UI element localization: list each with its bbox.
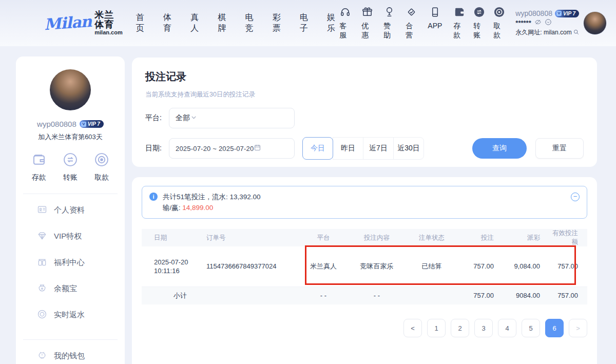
app-download-button[interactable]: APP <box>428 6 442 40</box>
transfer-button[interactable]: 转账 <box>473 6 485 40</box>
vip-badge: VVIP 7 <box>80 120 104 128</box>
customer-service-button[interactable]: 客服 <box>339 6 351 40</box>
withdraw-icon <box>493 6 505 20</box>
deposit-button[interactable]: 存款 <box>453 6 465 40</box>
range-today-button[interactable]: 今日 <box>302 137 333 160</box>
collapse-icon[interactable]: − <box>571 193 580 201</box>
platform-select[interactable]: 全部 <box>169 108 295 128</box>
wallet-icon <box>31 152 47 169</box>
sidebar-item-yuebao[interactable]: 余额宝 <box>16 276 125 302</box>
site-logo[interactable]: Milan 米兰体育 milan.com <box>44 10 123 35</box>
filter-panel: 投注记录 当前系统支持查询最近30日的投注记录 平台: 全部 日期: 2025-… <box>132 58 597 167</box>
sidebar-item-profile[interactable]: 个人资料 <box>16 197 125 223</box>
nav-item-entertainment[interactable]: 娱乐 <box>327 12 339 34</box>
page-button-6-active[interactable]: 6 <box>545 319 564 337</box>
wallet-icon <box>453 6 465 20</box>
top-header: Milan 米兰体育 milan.com 首页 体育 真人 棋牌 电竞 彩票 电… <box>0 0 616 46</box>
subtotal-status <box>407 286 457 304</box>
date-range-input[interactable]: 2025-07-20 ~ 2025-07-20 <box>169 138 295 159</box>
logo-domain-text: milan.com <box>94 30 122 36</box>
deposit-button[interactable]: 存款 <box>31 152 47 182</box>
magnifier-icon[interactable] <box>573 29 580 37</box>
transfer-button[interactable]: 转账 <box>63 152 78 182</box>
nav-item-lottery[interactable]: 彩票 <box>273 12 285 34</box>
avatar[interactable] <box>50 69 91 110</box>
cell-order-no: 1154736667849377024 <box>202 246 300 286</box>
records-panel: i 共计51笔投注，流水: 13,392.00 输/赢: 14,899.00 −… <box>132 177 597 364</box>
sponsorship-button[interactable]: 赞助 <box>383 6 395 40</box>
subtotal-row: 小计 - - - - 757.00 9084.00 757.00 <box>142 286 587 304</box>
withdraw-button[interactable]: 取款 <box>493 6 505 40</box>
page-button-4[interactable]: 4 <box>498 319 516 337</box>
masked-balance: ****** <box>515 19 531 27</box>
nav-item-sports[interactable]: 体育 <box>163 12 176 34</box>
sidebar-item-benefits[interactable]: 福利中心 <box>16 250 125 276</box>
divider <box>23 339 118 340</box>
avatar[interactable] <box>583 11 607 35</box>
summary-banner: i 共计51笔投注，流水: 13,392.00 输/赢: 14,899.00 − <box>142 186 587 219</box>
sidebar-item-wallet[interactable]: 我的钱包 <box>16 343 125 364</box>
page-button-2[interactable]: 2 <box>451 319 469 337</box>
table-row: 2025-07-20 10:11:16 1154736667849377024 … <box>142 246 587 286</box>
savings-pot-icon <box>37 283 47 295</box>
join-days-text: 加入米兰体育第603天 <box>16 132 125 142</box>
vip-v-icon: V <box>81 122 86 127</box>
affiliate-button[interactable]: 合营 <box>406 6 417 40</box>
page-button-3[interactable]: 3 <box>474 319 493 337</box>
nav-item-cards[interactable]: 棋牌 <box>218 12 230 34</box>
col-header-status: 注单状态 <box>407 229 457 246</box>
bet-records-table: 日期 订单号 平台 投注内容 注单状态 投注 派彩 有效投注额 2025-07-… <box>142 229 587 304</box>
sidebar-item-rebate[interactable]: 实时返水 <box>16 302 125 328</box>
page-subtitle: 当前系统支持查询最近30日的投注记录 <box>145 90 584 99</box>
divider <box>23 194 118 194</box>
nav-item-live[interactable]: 真人 <box>190 12 203 34</box>
cell-platform: 米兰真人 <box>300 246 347 286</box>
range-yesterday-button[interactable]: 昨日 <box>333 137 363 160</box>
handshake-icon <box>406 6 417 20</box>
nav-item-home[interactable]: 首页 <box>136 12 148 34</box>
cell-payout: 9,084.00 <box>498 246 544 286</box>
sidebar-item-vip[interactable]: VIP特权 <box>16 223 125 250</box>
date-range-value: 2025-07-20 ~ 2025-07-20 <box>176 145 254 152</box>
vip-badge: VVIP 7 <box>555 10 579 17</box>
reset-button[interactable]: 重置 <box>535 138 584 159</box>
info-icon: i <box>149 193 158 201</box>
date-label: 日期: <box>145 144 169 153</box>
subtotal-payout: 9084.00 <box>498 286 544 304</box>
promotions-button[interactable]: 优惠 <box>361 6 373 40</box>
range-30days-button[interactable]: 近30日 <box>393 137 424 160</box>
page-button-5[interactable]: 5 <box>522 319 540 337</box>
profile-sidebar: wyp080808 VVIP 7 加入米兰体育第603天 存款 转账 取款 个人… <box>16 56 125 364</box>
cell-content: 竞咪百家乐 <box>347 246 407 286</box>
logo-script-text: Milan <box>44 12 92 33</box>
eye-slash-icon[interactable] <box>534 18 542 27</box>
sidebar-menu: 个人资料 VIP特权 福利中心 余额宝 实时返水 <box>16 197 125 328</box>
quick-menu: 客服 优惠 赞助 合营 APP <box>339 6 442 40</box>
nav-item-esports[interactable]: 电竞 <box>245 12 257 34</box>
page-title: 投注记录 <box>145 70 584 84</box>
prev-page-button[interactable]: < <box>403 319 422 337</box>
cell-status: 已结算 <box>407 246 457 286</box>
refresh-circle-icon[interactable] <box>545 18 552 27</box>
main-nav: 首页 体育 真人 棋牌 电竞 彩票 电子 娱乐 <box>136 12 340 34</box>
id-card-icon <box>37 204 47 217</box>
username-text: wyp080808 <box>515 9 552 17</box>
range-7days-button[interactable]: 近7日 <box>363 137 394 160</box>
subtotal-label: 小计 <box>142 286 202 304</box>
withdraw-icon-button[interactable]: 取款 <box>94 152 109 182</box>
platform-label: 平台: <box>145 113 169 123</box>
cell-date: 2025-07-20 10:11:16 <box>142 246 202 286</box>
trophy-icon <box>383 6 395 20</box>
next-page-button[interactable]: > <box>569 319 587 337</box>
vip-v-icon: V <box>556 11 562 16</box>
turnover-value: 13,392.00 <box>230 193 261 201</box>
calendar-icon <box>254 144 261 154</box>
query-button[interactable]: 查询 <box>472 138 527 159</box>
nav-item-slots[interactable]: 电子 <box>300 12 312 34</box>
benefits-icon <box>37 257 47 269</box>
page-button-1[interactable]: 1 <box>427 319 446 337</box>
col-header-platform: 平台 <box>300 229 347 246</box>
transfer-icon <box>473 6 485 20</box>
chevron-down-icon <box>190 113 198 123</box>
gem-icon <box>37 231 47 243</box>
